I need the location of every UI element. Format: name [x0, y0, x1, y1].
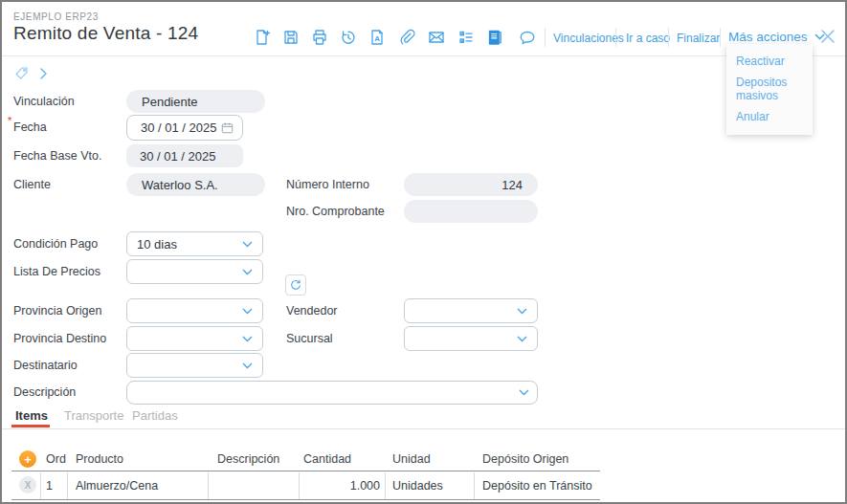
print-button[interactable] [309, 27, 330, 48]
chevron-down-icon [517, 308, 527, 315]
calendar-icon [220, 121, 234, 135]
chevron-down-icon [242, 336, 253, 342]
cell-divider [385, 472, 386, 499]
condicion-pago-value: 10 dias [137, 237, 242, 252]
fecha-base-label: Fecha Base Vto. [13, 149, 101, 163]
email-button[interactable] [426, 27, 447, 48]
fecha-input[interactable]: 30 / 01 / 2025 [126, 115, 243, 141]
tab-items[interactable]: Items [15, 408, 48, 423]
menu-item-anular[interactable]: Anular [726, 106, 813, 127]
tab-transporte[interactable]: Transporte [64, 408, 123, 423]
provincia-origen-label: Provincia Origen [13, 304, 101, 318]
cliente-field: Waterloo S.A. [126, 173, 265, 196]
save-icon [281, 28, 301, 47]
app-label: EJEMPLO ERP23 [13, 11, 99, 22]
finalizar-button[interactable]: Finalizar [677, 32, 720, 45]
descripcion-label: Descripción [13, 385, 76, 399]
comment-button[interactable] [517, 27, 538, 48]
tags-button[interactable] [13, 65, 30, 81]
header-separator [2, 55, 847, 56]
fecha-base-value: 30 / 01 / 2025 [140, 149, 216, 164]
cell-divider [208, 472, 209, 499]
chevron-down-icon [517, 336, 527, 342]
cell-ord: 1 [46, 479, 53, 493]
vendedor-select[interactable] [404, 298, 538, 323]
menu-item-depositos-masivos[interactable]: Depositos masivos [726, 72, 813, 106]
save-button[interactable] [280, 27, 301, 48]
table-row-border [11, 499, 600, 500]
journal-button[interactable] [484, 27, 505, 48]
chevron-down-icon [242, 241, 253, 248]
vinculaciones-button[interactable]: Vinculaciones [553, 32, 624, 45]
tabs-separator [2, 428, 847, 429]
cell-cantidad[interactable]: 1.000 [299, 479, 380, 493]
delete-row-button[interactable]: X [19, 476, 36, 493]
sucursal-select[interactable] [404, 326, 538, 351]
tab-partidas[interactable]: Partidas [132, 408, 178, 423]
table-header-border [11, 471, 600, 471]
destinatario-select[interactable] [126, 353, 263, 378]
col-header-producto: Producto [76, 452, 123, 466]
fecha-required-asterisk: * [8, 115, 11, 126]
numero-interno-label: Número Interno [286, 178, 369, 191]
cell-divider [474, 472, 475, 499]
add-row-button[interactable]: + [19, 450, 36, 468]
more-actions-button[interactable]: Más acciones [728, 30, 825, 44]
refresh-icon [289, 278, 302, 292]
print-icon [310, 28, 329, 47]
chevron-down-icon [519, 389, 529, 396]
new-document-button[interactable] [252, 27, 273, 48]
document-a-button[interactable]: A [367, 27, 388, 48]
close-button[interactable] [819, 28, 836, 45]
tag-icon [13, 65, 30, 81]
condicion-pago-select[interactable]: 10 dias [126, 231, 263, 256]
cell-producto[interactable]: Almuerzo/Cena [76, 479, 158, 493]
chevron-down-icon [242, 362, 253, 369]
new-document-icon [253, 28, 272, 47]
vinculacion-field: Pendiente [126, 90, 265, 113]
document-a-icon: A [368, 28, 387, 47]
provincia-origen-select[interactable] [126, 298, 263, 323]
toolbar-divider [545, 28, 546, 47]
cell-deposito-origen[interactable]: Depósito en Tránsito [482, 479, 592, 493]
numero-interno-value: 124 [502, 178, 523, 192]
menu-item-reactivar[interactable]: Reactivar [726, 51, 813, 72]
more-actions-menu: Reactivar Depositos masivos Anular [726, 44, 813, 135]
remito-window: EJEMPLO ERP23 Remito de Venta - 124 A [0, 0, 847, 504]
provincia-destino-label: Provincia Destino [13, 332, 106, 345]
attachment-button[interactable] [396, 27, 417, 48]
refresh-button[interactable] [285, 274, 306, 296]
condicion-pago-label: Condición Pago [13, 237, 98, 251]
attachment-icon [397, 28, 416, 47]
cell-divider [67, 472, 68, 499]
toolbar-divider [720, 28, 721, 47]
provincia-destino-select[interactable] [126, 326, 263, 351]
fecha-base-field: 30 / 01 / 2025 [126, 144, 243, 167]
toolbar-divider [615, 28, 616, 47]
nro-comprobante-field [404, 200, 538, 223]
toolbar-divider [668, 28, 669, 47]
cliente-value: Waterloo S.A. [142, 178, 218, 192]
vinculacion-label: Vinculación [13, 95, 75, 108]
vendedor-label: Vendedor [286, 304, 338, 318]
lista-precios-label: Lista De Precios [13, 265, 100, 278]
expand-tags-button[interactable] [39, 67, 48, 80]
vinculacion-value: Pendiente [142, 95, 198, 109]
journal-icon [485, 28, 504, 47]
history-button[interactable] [338, 27, 359, 48]
numero-interno-field: 124 [404, 173, 538, 196]
chevron-down-icon [242, 308, 253, 315]
lista-precios-select[interactable] [126, 259, 263, 284]
checklist-button[interactable] [456, 27, 477, 48]
descripcion-input[interactable] [126, 381, 538, 405]
checklist-icon [457, 28, 476, 47]
col-header-unidad: Unidad [392, 452, 431, 466]
ir-a-caso-button[interactable]: Ir a caso [626, 32, 670, 45]
svg-text:A: A [374, 34, 380, 43]
col-header-descripcion: Descripción [217, 452, 279, 466]
comment-icon [518, 28, 537, 47]
destinatario-label: Destinatario [13, 359, 78, 372]
close-icon [819, 28, 836, 45]
col-header-cantidad: Cantidad [303, 452, 351, 466]
cell-unidad[interactable]: Unidades [392, 479, 443, 493]
